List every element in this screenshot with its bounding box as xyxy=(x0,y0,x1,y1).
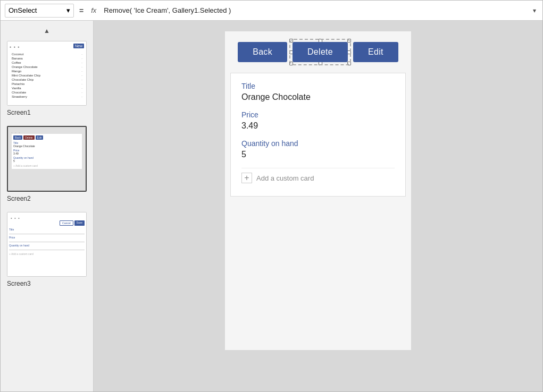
s2-back-btn: Back xyxy=(13,135,22,140)
s3-save-btn: Save xyxy=(74,220,85,226)
formula-input[interactable] xyxy=(102,5,528,15)
button-row: Back Delete Edit xyxy=(238,42,398,62)
screen1-new-badge: New xyxy=(73,44,84,48)
back-button[interactable]: Back xyxy=(238,42,287,62)
screen3-thumbnail: • • • Cancel Save Title Price Quantity o… xyxy=(7,212,87,277)
screen1-dots: • • • xyxy=(10,45,20,50)
screen1-thumbnail: • • • New Coconut·· Banana·· Coffee·· Or… xyxy=(7,41,87,106)
screen2-thumbnail: • • • Back Delete Edit Title Orange Choc… xyxy=(7,126,87,192)
quantity-value: 5 xyxy=(241,150,395,159)
screen1-list: Coconut·· Banana·· Coffee·· Orange Choco… xyxy=(11,52,84,99)
screen1-item[interactable]: • • • New Coconut·· Banana·· Coffee·· Or… xyxy=(1,37,93,122)
price-label: Price xyxy=(241,110,395,119)
screen3-label: Screen3 xyxy=(7,279,87,288)
handle-br xyxy=(347,62,351,65)
app-screen: Back Delete Edit Title xyxy=(225,31,411,350)
price-value: 3.49 xyxy=(241,121,395,131)
delete-button[interactable]: Delete xyxy=(293,42,348,62)
title-field: Title Orange Chocolate xyxy=(241,82,395,102)
s2-edit-btn: Edit xyxy=(36,135,44,140)
price-field: Price 3.49 xyxy=(241,110,395,131)
handle-bm xyxy=(319,62,322,65)
edit-button[interactable]: Edit xyxy=(353,42,398,62)
detail-card: Title Orange Chocolate Price 3.49 Quanti… xyxy=(230,73,406,197)
handle-mr xyxy=(347,50,351,54)
s3-cancel-btn: Cancel xyxy=(60,220,73,226)
fx-icon: fx xyxy=(89,6,98,14)
delete-button-wrapper: Delete xyxy=(293,42,348,62)
property-selector-label: OnSelect xyxy=(9,6,37,14)
screen2-item[interactable]: • • • Back Delete Edit Title Orange Choc… xyxy=(1,122,93,208)
chevron-down-icon: ▾ xyxy=(66,6,70,14)
main-layout: ▲ • • • New Coconut·· Banana·· Coffee·· … xyxy=(1,21,542,392)
scroll-up-button[interactable]: ▲ xyxy=(1,25,93,37)
s2-delete-btn: Delete xyxy=(23,135,34,140)
screen2-dots: • • • xyxy=(10,129,22,136)
quantity-label: Quantity on hand xyxy=(241,139,395,148)
handle-bl xyxy=(289,62,293,65)
title-label: Title xyxy=(241,82,395,90)
handle-tr xyxy=(347,39,351,42)
add-custom-label: Add a custom card xyxy=(256,174,314,182)
screen1-label: Screen1 xyxy=(7,108,87,117)
screen3-item[interactable]: • • • Cancel Save Title Price Quantity o… xyxy=(1,208,93,293)
screen2-label: Screen2 xyxy=(7,194,87,203)
formula-dropdown-icon[interactable]: ▾ xyxy=(531,7,538,14)
quantity-field: Quantity on hand 5 xyxy=(241,139,395,159)
property-selector[interactable]: OnSelect ▾ xyxy=(5,4,74,18)
equals-sign: = xyxy=(77,6,86,15)
add-custom-plus-icon: + xyxy=(241,173,252,183)
formula-bar: OnSelect ▾ = fx ▾ xyxy=(1,1,542,21)
add-custom-card[interactable]: + Add a custom card xyxy=(241,168,395,188)
title-value: Orange Chocolate xyxy=(241,92,395,102)
screens-panel: ▲ • • • New Coconut·· Banana·· Coffee·· … xyxy=(1,21,94,392)
screen3-dots: • • • xyxy=(10,215,21,221)
canvas-area: Back Delete Edit Title xyxy=(94,21,542,392)
